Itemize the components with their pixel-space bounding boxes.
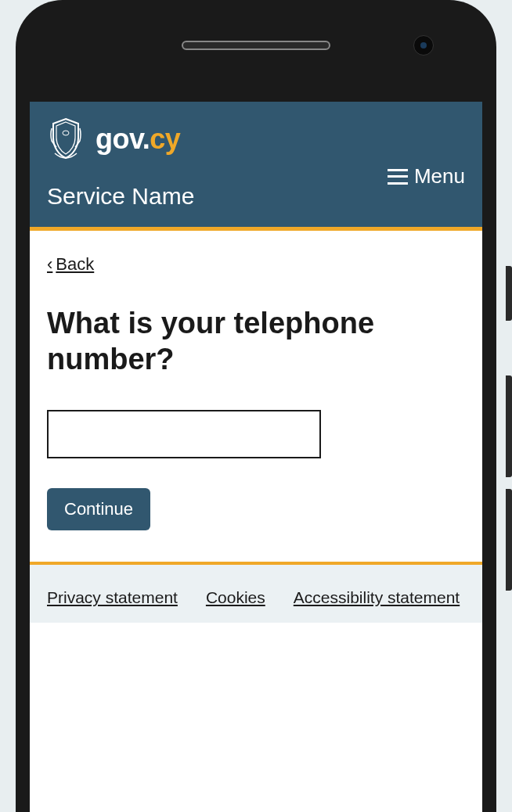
site-logo[interactable]: gov.cy — [47, 117, 180, 161]
phone-side-button — [506, 375, 512, 477]
header-top-row: gov.cy Menu — [47, 117, 465, 161]
phone-mockup: gov.cy Menu Service Name ‹ Back — [0, 0, 512, 812]
logo-cy: cy — [150, 123, 180, 155]
menu-label: Menu — [414, 164, 465, 189]
site-header: gov.cy Menu Service Name — [30, 102, 482, 231]
hamburger-icon — [388, 169, 408, 185]
phone-camera — [413, 35, 434, 56]
footer-link-accessibility[interactable]: Accessibility statement — [294, 588, 460, 607]
footer-link-cookies[interactable]: Cookies — [206, 588, 265, 607]
page-heading: What is your telephone number? — [47, 306, 465, 377]
back-label: Back — [56, 254, 94, 275]
telephone-input[interactable] — [47, 410, 321, 458]
phone-side-button — [506, 489, 512, 591]
chevron-left-icon: ‹ — [47, 254, 52, 275]
menu-toggle[interactable]: Menu — [388, 164, 465, 189]
screen: gov.cy Menu Service Name ‹ Back — [30, 102, 482, 812]
logo-text: gov.cy — [96, 123, 180, 156]
footer-links: Privacy statement Cookies Accessibility … — [47, 588, 465, 607]
phone-body: gov.cy Menu Service Name ‹ Back — [16, 0, 496, 812]
phone-side-button — [506, 266, 512, 321]
logo-gov: gov. — [96, 123, 150, 155]
continue-button[interactable]: Continue — [47, 488, 150, 530]
back-link[interactable]: ‹ Back — [47, 254, 94, 275]
svg-point-0 — [63, 131, 69, 135]
phone-speaker — [182, 41, 330, 50]
main-content: ‹ Back What is your telephone number? Co… — [30, 231, 482, 562]
footer-link-privacy[interactable]: Privacy statement — [47, 588, 178, 607]
site-footer: Privacy statement Cookies Accessibility … — [30, 562, 482, 623]
coat-of-arms-icon — [47, 117, 85, 161]
